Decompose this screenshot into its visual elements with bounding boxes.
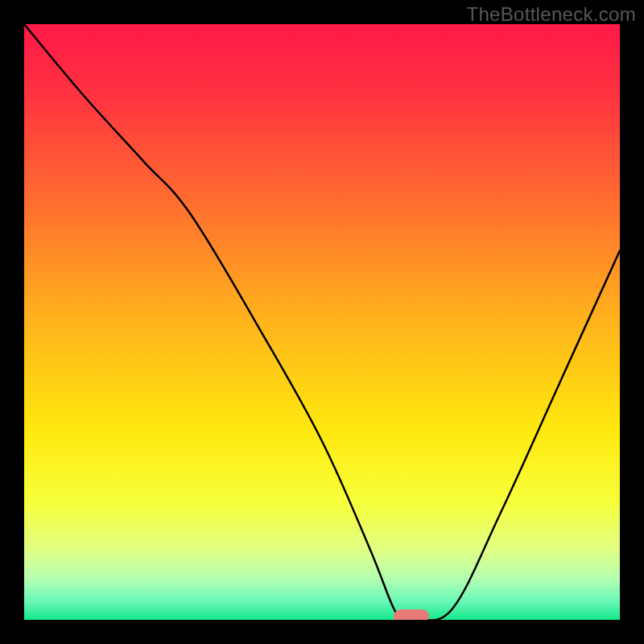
chart-frame: TheBottleneck.com	[0, 0, 644, 644]
bottleneck-curve-path	[24, 24, 620, 620]
watermark-text: TheBottleneck.com	[466, 3, 636, 26]
optimal-marker	[394, 609, 429, 620]
curve-layer	[24, 24, 620, 620]
plot-area	[24, 24, 620, 620]
